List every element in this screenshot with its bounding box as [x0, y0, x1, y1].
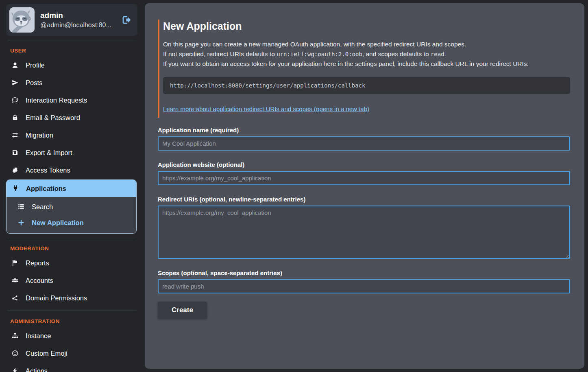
- sidebar-item-label: Applications: [26, 185, 66, 193]
- create-button[interactable]: Create: [158, 302, 207, 319]
- sidebar-item-label: Custom Emoji: [26, 350, 68, 357]
- intro-block: New Application On this page you can cre…: [158, 20, 570, 118]
- sidebar-divider: [7, 40, 136, 40]
- new-application-panel: New Application On this page you can cre…: [145, 3, 584, 369]
- callback-url: http://localhost:8080/settings/user/appl…: [170, 82, 365, 89]
- user-icon: [11, 61, 19, 69]
- lock-icon: [11, 114, 19, 122]
- sidebar-item-label: Email & Password: [26, 114, 80, 122]
- sidebar-item-posts[interactable]: Posts: [6, 74, 137, 91]
- redirect-uris-field-group: Redirect URIs (optional, newline-separat…: [158, 196, 570, 259]
- plus-icon: [17, 219, 25, 227]
- scopes-label: Scopes (optional, space-separated entrie…: [158, 269, 570, 276]
- user-handle: @admin@localhost:80...: [40, 22, 115, 29]
- submenu-item-new-application[interactable]: New Application: [7, 215, 136, 230]
- section-header-user: USER: [6, 43, 137, 56]
- application-website-label: Application website (optional): [158, 161, 570, 168]
- sidebar-item-domain-permissions[interactable]: Domain Permissions: [6, 289, 137, 306]
- sidebar-item-interaction-requests[interactable]: Interaction Requests: [6, 92, 137, 109]
- learn-more-link[interactable]: Learn more about application redirect UR…: [163, 105, 369, 112]
- sitemap-icon: [11, 332, 19, 340]
- section-header-moderation: MODERATION: [6, 241, 137, 254]
- page-title: New Application: [163, 20, 570, 32]
- application-name-input[interactable]: [158, 136, 570, 151]
- floppy-disk-icon: [11, 149, 19, 157]
- sidebar-item-label: Actions: [26, 367, 48, 372]
- share-nodes-icon: [11, 294, 19, 302]
- applications-submenu: Search New Application: [7, 197, 136, 233]
- sidebar-item-label: Instance: [26, 332, 51, 340]
- settings-sidebar: admin @admin@localhost:80... USER Profil…: [0, 0, 145, 372]
- user-meta: admin @admin@localhost:80...: [40, 11, 115, 29]
- sidebar-item-accounts[interactable]: Accounts: [6, 272, 137, 289]
- list-icon: [17, 203, 25, 211]
- section-header-administration: ADMINISTRATION: [6, 313, 137, 327]
- intro-line-2: If not specified, redirect URIs defaults…: [163, 49, 570, 59]
- sidebar-item-label: Migration: [26, 131, 53, 139]
- sidebar-item-label: Profile: [26, 61, 45, 69]
- callback-url-block: http://localhost:8080/settings/user/appl…: [163, 77, 570, 94]
- redirect-uris-label: Redirect URIs (optional, newline-separat…: [158, 196, 570, 203]
- sidebar-item-reports[interactable]: Reports: [6, 254, 137, 271]
- sidebar-item-label: Access Tokens: [26, 166, 70, 174]
- sidebar-item-custom-emoji[interactable]: Custom Emoji: [6, 345, 137, 362]
- sidebar-item-instance[interactable]: Instance: [6, 327, 137, 344]
- sidebar-item-email-password[interactable]: Email & Password: [6, 109, 137, 126]
- application-name-label: Application name (required): [158, 127, 570, 133]
- sign-out-icon[interactable]: [121, 15, 132, 25]
- intro-line-2-text: .: [444, 50, 446, 57]
- exchange-arrows-icon: [11, 131, 19, 139]
- intro-line-1: On this page you can create a new manage…: [163, 39, 570, 49]
- comment-dots-icon: [11, 96, 19, 104]
- users-icon: [11, 276, 19, 284]
- scopes-field-group: Scopes (optional, space-separated entrie…: [158, 269, 570, 293]
- seal-icon: [11, 166, 19, 174]
- plug-icon: [11, 184, 20, 193]
- sidebar-divider: [7, 238, 136, 238]
- smiley-icon: [11, 349, 19, 357]
- scopes-input[interactable]: [158, 279, 570, 293]
- sidebar-divider: [7, 311, 136, 311]
- bolt-icon: [11, 367, 19, 372]
- application-name-field-group: Application name (required): [158, 127, 570, 151]
- submenu-item-label: New Application: [32, 219, 84, 227]
- sidebar-item-label: Domain Permissions: [26, 294, 87, 302]
- sidebar-item-profile[interactable]: Profile: [6, 57, 137, 74]
- application-website-field-group: Application website (optional): [158, 161, 570, 185]
- user-display-name: admin: [40, 11, 115, 20]
- user-card: admin @admin@localhost:80...: [6, 4, 137, 36]
- sloth-avatar-icon: [9, 7, 35, 33]
- paper-plane-icon: [11, 79, 19, 87]
- redirect-uris-textarea[interactable]: [158, 206, 570, 259]
- new-application-form: Application name (required) Application …: [158, 127, 570, 319]
- application-website-input[interactable]: [158, 171, 570, 185]
- oob-uri-code: urn:ietf:wg:oauth:2.0:oob: [277, 51, 362, 57]
- sidebar-item-label: Export & Import: [26, 149, 72, 157]
- intro-line-2-text: , and scopes defaults to: [362, 50, 431, 57]
- sidebar-item-label: Accounts: [26, 277, 53, 284]
- sidebar-item-actions[interactable]: Actions: [6, 362, 137, 372]
- sidebar-item-label: Reports: [26, 259, 49, 267]
- applications-nav-group: Applications Search New Application: [6, 179, 137, 234]
- sidebar-item-access-tokens[interactable]: Access Tokens: [6, 162, 137, 179]
- sidebar-item-label: Interaction Requests: [26, 96, 87, 104]
- submenu-item-label: Search: [32, 203, 53, 211]
- submenu-item-search[interactable]: Search: [7, 199, 136, 214]
- intro-line-3: If you want to obtain an access token fo…: [163, 59, 570, 69]
- sidebar-item-applications[interactable]: Applications: [7, 180, 136, 197]
- intro-line-2-text: If not specified, redirect URIs defaults…: [163, 50, 277, 57]
- sidebar-item-migration[interactable]: Migration: [6, 127, 137, 144]
- flag-icon: [11, 259, 19, 267]
- sidebar-item-label: Posts: [26, 79, 42, 87]
- sidebar-item-export-import[interactable]: Export & Import: [6, 144, 137, 161]
- read-scope-code: read: [431, 51, 444, 57]
- avatar[interactable]: [9, 7, 35, 33]
